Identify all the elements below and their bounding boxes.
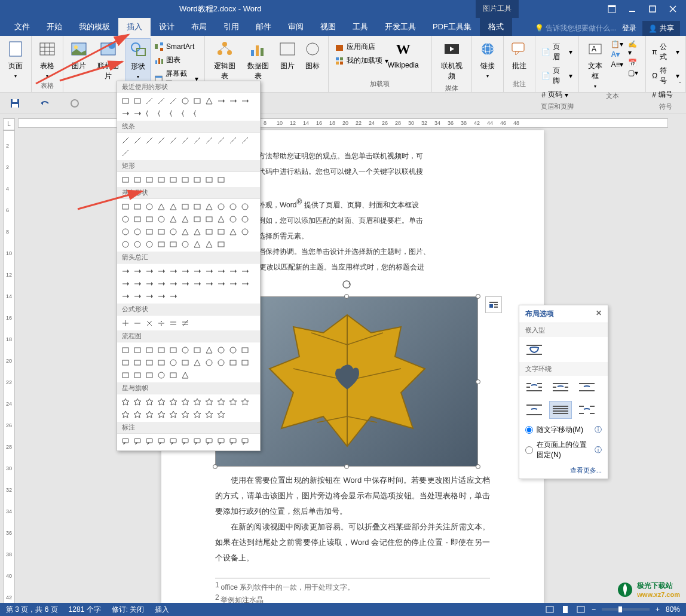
revision-status[interactable]: 修订: 关闭 [112,605,145,615]
shape-item[interactable] [192,409,203,420]
shape-item[interactable] [156,134,167,146]
tab-home[interactable]: 开始 [38,18,71,36]
shape-item[interactable] [228,265,239,277]
shape-item[interactable] [144,174,155,185]
see-more-link[interactable]: 查看更多... [519,462,608,479]
shape-item[interactable] [156,238,167,250]
undo-icon[interactable] [39,97,51,109]
shape-item[interactable] [204,396,215,407]
shape-item[interactable] [204,226,215,237]
radio-fixed-position[interactable]: 在页面上的位置固定(N) ⓘ [519,437,608,462]
shape-item[interactable] [216,238,227,250]
equation-button[interactable]: π 公式 ▾ [650,41,682,63]
shape-item[interactable] [120,344,131,355]
shape-item[interactable] [132,448,143,451]
chart-button[interactable]: 图表 [152,54,201,66]
shape-item[interactable] [180,317,191,329]
shape-item[interactable] [240,134,251,146]
shape-item[interactable] [144,409,155,420]
number-button[interactable]: # 编号 [650,88,682,101]
quickparts-button[interactable]: 📋▾ [609,39,625,49]
ruler-corner[interactable]: L [3,118,15,130]
shape-item[interactable] [120,226,131,237]
shape-item[interactable] [180,436,191,447]
shape-item[interactable] [168,317,179,329]
shape-item[interactable] [168,357,179,368]
shape-item[interactable] [144,108,155,119]
resize-handle[interactable] [476,464,480,469]
shape-item[interactable] [192,448,203,451]
shape-item[interactable] [168,409,179,420]
shape-item[interactable] [144,448,155,451]
shape-item[interactable] [132,357,143,368]
shape-item[interactable] [144,344,155,355]
shape-item[interactable] [120,134,131,146]
layout-opt-front[interactable] [575,401,598,419]
share-button[interactable]: 👤 共享 [642,21,680,36]
shape-item[interactable] [204,344,215,355]
tab-design[interactable]: 设计 [151,18,183,36]
shape-item[interactable] [216,357,227,368]
online-video-button[interactable]: 联机视频 [436,38,468,82]
shape-item[interactable] [156,448,167,451]
minimize-icon[interactable] [628,5,636,13]
shape-item[interactable] [216,226,227,237]
shape-item[interactable] [192,436,203,447]
shape-item[interactable] [216,396,227,407]
shape-item[interactable] [168,265,179,277]
tab-mail[interactable]: 邮件 [247,18,280,36]
tab-view[interactable]: 视图 [312,18,344,36]
smartart-button[interactable]: SmartArt [152,41,201,53]
shape-item[interactable] [144,265,155,277]
collapse-ribbon-icon[interactable]: ˇ [679,81,681,90]
shape-item[interactable] [240,436,251,447]
zoom-level[interactable]: 80% [666,605,680,614]
shape-item[interactable] [120,278,131,289]
tab-developer[interactable]: 开发工具 [376,18,424,36]
shape-item[interactable] [120,409,131,420]
shape-item[interactable] [120,317,131,329]
shape-item[interactable] [168,95,179,106]
page-indicator[interactable]: 第 3 页，共 6 页 [6,605,58,615]
shape-item[interactable] [132,213,143,225]
shape-item[interactable] [228,95,239,106]
shape-item[interactable] [240,226,251,237]
shape-item[interactable] [144,290,155,302]
layout-opt-square[interactable] [523,379,546,397]
shape-item[interactable] [168,108,179,119]
shape-item[interactable] [240,396,251,407]
ribbon-display-icon[interactable] [608,5,616,13]
shape-item[interactable] [228,213,239,225]
close-icon[interactable] [669,5,677,13]
shape-item[interactable] [132,344,143,355]
shape-item[interactable] [204,238,215,250]
signature-button[interactable]: ✍▾ [626,39,642,57]
shape-item[interactable] [168,436,179,447]
shape-item[interactable] [132,369,143,381]
shape-item[interactable] [132,317,143,329]
shape-item[interactable] [168,369,179,381]
shape-item[interactable] [204,201,215,212]
shape-item[interactable] [192,201,203,212]
picture2-button[interactable]: 图片 [275,38,299,82]
shape-item[interactable] [192,344,203,355]
pages-button[interactable]: 页面 ▾ [4,38,27,80]
shape-item[interactable] [120,213,131,225]
shape-item[interactable] [204,357,215,368]
tab-pdf[interactable]: PDF工具集 [424,18,480,36]
shape-item[interactable] [216,409,227,420]
shape-item[interactable] [180,396,191,407]
shape-item[interactable] [168,290,179,302]
shape-item[interactable] [180,344,191,355]
shape-item[interactable] [204,278,215,289]
shape-item[interactable] [132,265,143,277]
shape-item[interactable] [120,357,131,368]
shape-item[interactable] [156,95,167,106]
shape-item[interactable] [180,409,191,420]
shape-item[interactable] [156,108,167,119]
shape-item[interactable] [240,95,251,106]
shape-item[interactable] [120,108,131,119]
shape-item[interactable] [240,265,251,277]
save-icon[interactable] [9,97,21,109]
maximize-icon[interactable] [648,5,657,13]
